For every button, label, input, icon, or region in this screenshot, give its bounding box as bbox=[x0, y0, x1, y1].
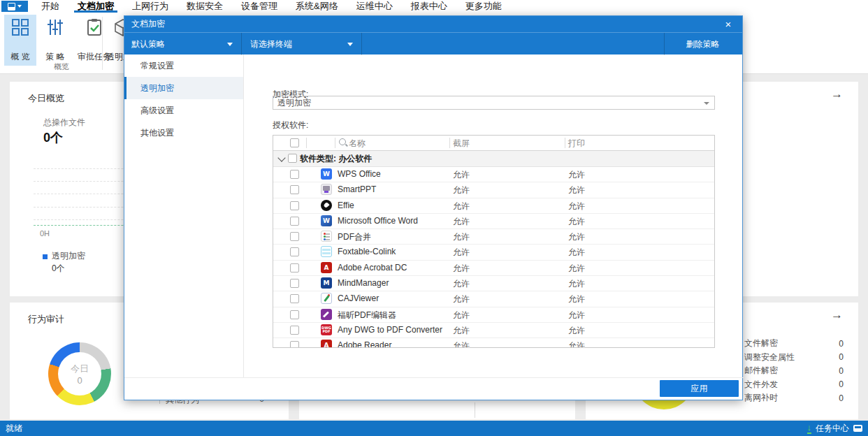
group-checkbox[interactable] bbox=[288, 154, 297, 163]
menu-tab[interactable]: 数据安全 bbox=[178, 0, 232, 13]
search-icon[interactable] bbox=[339, 138, 346, 145]
row-checkbox[interactable] bbox=[290, 341, 299, 348]
table-row[interactable]: A Adobe Acrobat DC 允许 允许 bbox=[273, 261, 714, 276]
grid-icon bbox=[11, 18, 29, 36]
print-permission[interactable]: 允许 bbox=[568, 169, 585, 181]
print-permission[interactable]: 允许 bbox=[568, 278, 585, 290]
app-name: Microsoft Office Word bbox=[338, 216, 418, 226]
table-row[interactable]: Foxtable-Colink 允许 允许 bbox=[273, 245, 714, 260]
row-checkbox[interactable] bbox=[290, 170, 299, 179]
table-row[interactable]: Effie 允许 允许 bbox=[273, 198, 714, 214]
menu-tab[interactable]: 设备管理 bbox=[232, 0, 287, 13]
sidebar-item-label: 其他设置 bbox=[140, 127, 174, 139]
menu-tab[interactable]: 更多功能 bbox=[456, 0, 511, 13]
screenshot-permission[interactable]: 允许 bbox=[453, 169, 470, 181]
app-menu-button[interactable] bbox=[1, 1, 28, 12]
screenshot-permission[interactable]: 允许 bbox=[453, 247, 470, 259]
row-checkbox[interactable] bbox=[290, 279, 299, 288]
screenshot-permission[interactable]: 允许 bbox=[453, 216, 470, 228]
screenshot-permission[interactable]: 允许 bbox=[453, 310, 470, 321]
encryption-mode-select[interactable]: 透明加密 bbox=[273, 96, 715, 110]
print-permission[interactable]: 允许 bbox=[568, 310, 585, 321]
dialog-sidebar-item[interactable]: 其他设置 bbox=[124, 122, 243, 144]
task-center-link[interactable]: 任务中心 bbox=[816, 423, 849, 435]
menu-tab[interactable]: 系统&网络 bbox=[287, 0, 347, 13]
print-permission[interactable]: 允许 bbox=[568, 263, 585, 275]
menu-tab[interactable]: 文档加密 bbox=[68, 0, 123, 13]
menu-tab[interactable]: 报表中心 bbox=[402, 0, 456, 13]
terminal-dropdown[interactable]: 请选择终端 bbox=[243, 33, 361, 55]
apply-button[interactable]: 应用 bbox=[660, 380, 739, 397]
screenshot-permission[interactable]: 允许 bbox=[453, 231, 470, 243]
stat-label: 文件解密 bbox=[744, 337, 778, 349]
table-row[interactable]: PDF合并 允许 允许 bbox=[273, 229, 714, 245]
print-permission[interactable]: 允许 bbox=[568, 231, 585, 243]
row-checkbox[interactable] bbox=[290, 326, 299, 335]
print-column-header[interactable]: 打印 bbox=[568, 138, 585, 150]
menu-tab-label: 上网行为 bbox=[132, 0, 168, 13]
table-row[interactable]: SmartPPT 允许 允许 bbox=[273, 182, 714, 198]
effie-app-icon bbox=[321, 200, 332, 211]
row-checkbox[interactable] bbox=[290, 263, 299, 272]
word-app-icon: W bbox=[321, 215, 332, 226]
table-row[interactable]: Any DWG to PDF Converter 允许 允许 bbox=[273, 323, 714, 338]
policy-button[interactable]: 策 略 bbox=[39, 15, 71, 66]
screenshot-permission[interactable]: 允许 bbox=[453, 184, 470, 196]
sidebar-item-label: 高级设置 bbox=[140, 105, 174, 117]
print-permission[interactable]: 允许 bbox=[568, 201, 585, 212]
print-permission[interactable]: 允许 bbox=[568, 247, 585, 259]
software-group-row[interactable]: 软件类型: 办公软件 bbox=[273, 151, 714, 167]
arrow-right-icon[interactable]: → bbox=[831, 308, 843, 322]
row-checkbox[interactable] bbox=[290, 294, 299, 303]
screenshot-column-header[interactable]: 截屏 bbox=[453, 138, 470, 150]
policy-dropdown[interactable]: 默认策略 bbox=[124, 33, 241, 55]
chevron-down-icon bbox=[704, 102, 709, 105]
menu-tab[interactable]: 上网行为 bbox=[123, 0, 178, 13]
print-permission[interactable]: 允许 bbox=[568, 184, 585, 196]
row-checkbox[interactable] bbox=[290, 217, 299, 226]
dialog-sidebar-item[interactable]: 常规设置 bbox=[124, 54, 243, 77]
stat-row: 文件外发 0 bbox=[744, 378, 844, 392]
delete-policy-button[interactable]: 删除策略 bbox=[663, 33, 742, 55]
menu-tab[interactable]: 开始 bbox=[32, 0, 68, 13]
screenshot-permission[interactable]: 允许 bbox=[453, 340, 470, 348]
screenshot-permission[interactable]: 允许 bbox=[453, 293, 470, 305]
dialog-sidebar-item[interactable]: 高级设置 bbox=[124, 99, 243, 122]
row-checkbox[interactable] bbox=[290, 185, 299, 194]
screenshot-permission[interactable]: 允许 bbox=[453, 325, 470, 337]
name-column-header[interactable]: 名称 bbox=[349, 138, 366, 150]
dialog-title: 文档加密 bbox=[131, 18, 165, 30]
table-row[interactable]: W Microsoft Office Word 允许 允许 bbox=[273, 214, 714, 229]
total-files-value: 0个 bbox=[43, 129, 63, 146]
dialog-sidebar-item[interactable]: 透明加密 bbox=[124, 77, 243, 99]
print-permission[interactable]: 允许 bbox=[568, 216, 585, 228]
table-row[interactable]: CAJViewer 允许 允许 bbox=[273, 291, 714, 307]
overview-button-label: 概 览 bbox=[10, 51, 29, 63]
print-permission[interactable]: 允许 bbox=[568, 293, 585, 305]
app-name: 福昕PDF编辑器 bbox=[338, 310, 396, 321]
table-row[interactable]: A Adobe Reader 允许 允许 bbox=[273, 338, 714, 348]
row-checkbox[interactable] bbox=[290, 232, 299, 241]
screenshot-permission[interactable]: 允许 bbox=[453, 263, 470, 275]
menu-tab-label: 开始 bbox=[41, 0, 59, 13]
menu-tab[interactable]: 运维中心 bbox=[347, 0, 402, 13]
row-checkbox[interactable] bbox=[290, 247, 299, 256]
arrow-right-icon[interactable]: → bbox=[831, 87, 843, 101]
donut-center-value: 0 bbox=[77, 375, 82, 386]
today-overview-title: 今日概览 bbox=[28, 92, 64, 105]
tray-window-icon[interactable] bbox=[853, 425, 862, 432]
dialog-toolbar: 默认策略 请选择终端 删除策略 bbox=[124, 32, 742, 54]
chevron-down-icon[interactable] bbox=[277, 154, 285, 161]
table-row[interactable]: 福昕PDF编辑器 允许 允许 bbox=[273, 307, 714, 323]
row-checkbox[interactable] bbox=[290, 201, 299, 210]
screenshot-permission[interactable]: 允许 bbox=[453, 201, 470, 212]
print-permission[interactable]: 允许 bbox=[568, 340, 585, 348]
screenshot-permission[interactable]: 允许 bbox=[453, 278, 470, 290]
table-row[interactable]: M MindManager 允许 允许 bbox=[273, 276, 714, 291]
close-icon[interactable]: × bbox=[720, 17, 737, 31]
print-permission[interactable]: 允许 bbox=[568, 325, 585, 337]
table-row[interactable]: W WPS Office 允许 允许 bbox=[273, 167, 714, 182]
overview-button[interactable]: 概 览 bbox=[4, 15, 36, 66]
select-all-checkbox[interactable] bbox=[290, 138, 299, 147]
row-checkbox[interactable] bbox=[290, 310, 299, 319]
